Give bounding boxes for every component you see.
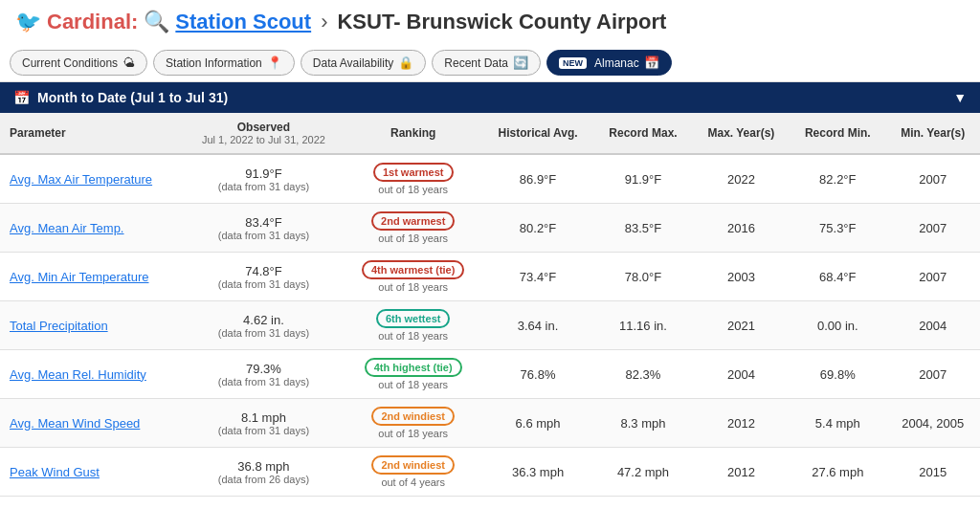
record-min-cell: 0.00 in.	[790, 301, 885, 350]
ranking-sub: out of 18 years	[354, 281, 473, 293]
ranking-badge: 2nd warmest	[371, 211, 455, 231]
tab-label: Current Conditions	[22, 56, 118, 70]
observed-value: 91.9°F	[245, 166, 281, 181]
param-link[interactable]: Avg. Mean Air Temp.	[10, 221, 123, 235]
ranking-badge: 4th highest (tie)	[365, 358, 462, 377]
ranking-cell: 2nd windiestout of 4 years	[345, 448, 482, 497]
station-name: KSUT- Brunswick County Airport	[337, 10, 666, 34]
tab-label: Station Information	[166, 56, 262, 70]
param-link[interactable]: Avg. Min Air Temperature	[10, 270, 148, 284]
observed-value: 83.4°F	[245, 215, 281, 230]
ranking-sub: out of 18 years	[354, 428, 473, 439]
ranking-badge: 2nd windiest	[371, 455, 455, 475]
observed-sub: (data from 31 days)	[192, 278, 335, 290]
ranking-badge: 6th wettest	[376, 309, 450, 328]
min-years-cell: 2007	[885, 350, 980, 399]
observed-cell: 4.62 in.(data from 31 days)	[183, 301, 345, 350]
max-years-cell: 2021	[693, 301, 791, 350]
param-link[interactable]: Avg. Mean Wind Speed	[10, 416, 140, 431]
param-cell: Avg. Mean Air Temp.	[0, 204, 183, 253]
historical-avg-cell: 80.2°F	[482, 204, 594, 253]
tab-recent-data[interactable]: Recent Data🔄	[432, 50, 541, 76]
observed-value: 4.62 in.	[243, 313, 284, 327]
col-header-max_years: Max. Year(s)	[693, 113, 791, 154]
max-years-cell: 2004	[693, 350, 791, 399]
tab-station-information[interactable]: Station Information📍	[153, 50, 295, 76]
data-table-container: ParameterObservedJul 1, 2022 to Jul 31, …	[0, 113, 980, 497]
record-min-cell: 69.8%	[790, 350, 885, 399]
ranking-sub: out of 18 years	[354, 232, 473, 244]
param-link[interactable]: Peak Wind Gust	[10, 465, 100, 479]
param-cell: Peak Wind Gust	[0, 448, 183, 497]
historical-avg-cell: 6.6 mph	[482, 399, 594, 448]
ranking-sub: out of 18 years	[354, 184, 473, 195]
record-max-cell: 82.3%	[593, 350, 692, 399]
col-header-record_min: Record Min.	[790, 113, 885, 154]
header-row: ParameterObservedJul 1, 2022 to Jul 31, …	[0, 113, 980, 154]
ranking-sub: out of 18 years	[354, 379, 473, 390]
param-link[interactable]: Total Precipitation	[10, 319, 108, 333]
tab-almanac[interactable]: NEWAlmanac📅	[546, 50, 672, 76]
tab-data-availability[interactable]: Data Availability🔒	[301, 50, 427, 76]
historical-avg-cell: 76.8%	[482, 350, 594, 399]
calendar-icon: 📅	[13, 90, 30, 105]
param-cell: Total Precipitation	[0, 301, 183, 350]
record-max-cell: 11.16 in.	[593, 301, 692, 350]
observed-cell: 79.3%(data from 31 days)	[183, 350, 345, 399]
max-years-cell: 2016	[693, 204, 791, 253]
min-years-cell: 2004	[885, 301, 980, 350]
tab-icon: 🌤	[122, 55, 135, 70]
min-years-cell: 2015	[885, 448, 980, 497]
min-years-cell: 2004, 2005	[885, 399, 980, 448]
cardinal-label: Cardinal:	[47, 10, 138, 34]
tab-icon: 📅	[644, 55, 659, 70]
breadcrumb-arrow: ›	[321, 10, 327, 34]
table-row: Avg. Mean Rel. Humidity79.3%(data from 3…	[0, 350, 980, 399]
min-years-cell: 2007	[885, 154, 980, 204]
ranking-sub: out of 4 years	[354, 476, 473, 488]
observed-sub: (data from 31 days)	[192, 376, 335, 387]
max-years-cell: 2012	[693, 399, 791, 448]
table-header: ParameterObservedJul 1, 2022 to Jul 31, …	[0, 113, 980, 154]
max-years-cell: 2012	[693, 448, 791, 497]
table-row: Total Precipitation4.62 in.(data from 31…	[0, 301, 980, 350]
record-min-cell: 68.4°F	[790, 253, 885, 301]
station-scout-link[interactable]: Station Scout	[175, 10, 311, 34]
param-cell: Avg. Max Air Temperature	[0, 154, 183, 204]
param-link[interactable]: Avg. Mean Rel. Humidity	[10, 367, 146, 382]
historical-avg-cell: 36.3 mph	[482, 448, 594, 497]
min-years-cell: 2007	[885, 204, 980, 253]
col-header-min_years: Min. Year(s)	[885, 113, 980, 154]
col-header-record_max: Record Max.	[593, 113, 692, 154]
observed-sub: (data from 31 days)	[192, 181, 335, 192]
record-min-cell: 27.6 mph	[790, 448, 885, 497]
tab-label: Data Availability	[313, 56, 394, 70]
section-header: 📅 Month to Date (Jul 1 to Jul 31) ▼	[0, 82, 980, 113]
observed-value: 74.8°F	[245, 264, 281, 278]
observed-value: 79.3%	[246, 362, 281, 376]
col-subheader-observed: Jul 1, 2022 to Jul 31, 2022	[192, 134, 335, 145]
ranking-badge: 1st warmest	[373, 163, 454, 182]
table-row: Avg. Min Air Temperature74.8°F(data from…	[0, 253, 980, 301]
max-years-cell: 2003	[693, 253, 791, 301]
param-cell: Avg. Mean Wind Speed	[0, 399, 183, 448]
observed-cell: 91.9°F(data from 31 days)	[183, 154, 345, 204]
table-row: Avg. Max Air Temperature91.9°F(data from…	[0, 154, 980, 204]
param-link[interactable]: Avg. Max Air Temperature	[10, 172, 152, 187]
ranking-badge: 4th warmest (tie)	[362, 260, 464, 279]
col-header-historical_avg: Historical Avg.	[482, 113, 594, 154]
max-years-cell: 2022	[693, 154, 791, 204]
min-years-cell: 2007	[885, 253, 980, 301]
ranking-badge: 2nd windiest	[371, 407, 455, 426]
page-header: 🐦 Cardinal: 🔍 Station Scout › KSUT- Brun…	[0, 0, 980, 44]
collapse-icon[interactable]: ▼	[953, 90, 967, 105]
table-row: Avg. Mean Air Temp.83.4°F(data from 31 d…	[0, 204, 980, 253]
table-body: Avg. Max Air Temperature91.9°F(data from…	[0, 154, 980, 497]
tab-current-conditions[interactable]: Current Conditions🌤	[10, 50, 147, 76]
table-row: Avg. Mean Wind Speed8.1 mph(data from 31…	[0, 399, 980, 448]
ranking-cell: 2nd warmestout of 18 years	[345, 204, 482, 253]
new-badge: NEW	[559, 57, 587, 69]
tab-icon: 🔄	[513, 55, 528, 70]
tab-label: Almanac	[594, 56, 639, 70]
record-max-cell: 47.2 mph	[593, 448, 692, 497]
